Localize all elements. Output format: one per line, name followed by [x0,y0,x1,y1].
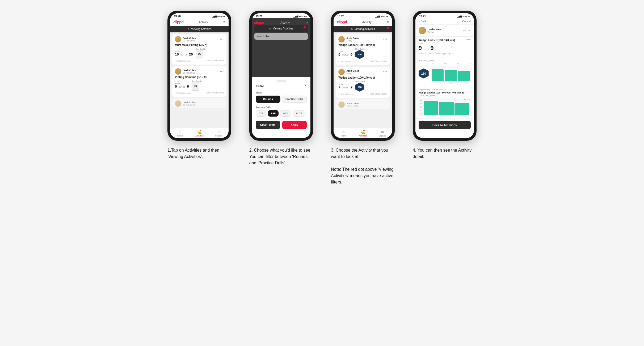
footer-right-1-1: Data: Clippd Capture [207,60,224,62]
footer-left-1-1: ⓘ Test Information [175,60,191,62]
more-dots-3-1[interactable]: ••• [383,37,388,41]
hamburger-icon-1[interactable]: ≡ [223,20,225,24]
y-label-1: 100 [444,63,447,65]
footer-right-3-1: Data: Clippd Capture [370,60,387,63]
card-footer-1-2: ⓘ Test Information Data: Clippd Capture [175,92,224,95]
bottom-nav-3: ⌂ Home ⛳ Activities ⊕ Capture [334,128,392,138]
activity-card-3-3[interactable]: Josh Coles 28 Feb 2023 [336,99,390,109]
viewing-activities-banner-3[interactable]: ⚙ Viewing Activities [334,26,392,32]
quality-hex-3-1: 130 [355,50,364,59]
score-value-1-2: 0 [175,84,177,88]
activity-title-1-1: Must Make Putting (3-6 ft) [175,44,224,46]
clear-filters-btn[interactable]: Clear Filters [256,121,280,129]
apply-btn[interactable]: Apply [282,121,307,129]
more-dots-1-2[interactable]: ••• [220,70,224,73]
nav-activities-1[interactable]: ⛳ Activities [190,130,209,137]
app-header-2-bg: clippd Activity ≡ [254,20,308,25]
screen2-user: Josh Coles [257,35,306,38]
mini-chart-values: 132 129 124 [461,99,469,100]
footer-left-3-1: ⓘ Test Information [338,60,354,63]
detail-score-section: Wedge Ladder (100–140 yds) Score 9 OUT O… [415,37,474,57]
battery-icon-3: 84 [386,15,388,18]
cancel-btn[interactable]: Cancel [462,20,471,23]
score-label-1-2: Score [175,83,189,84]
drill-btn-ott[interactable]: OTT [256,110,266,117]
avatar-1-3 [175,100,181,107]
user-details-3-1: Josh Coles Today [346,37,359,42]
show-label: Show [256,91,307,94]
fullscreen-icon[interactable]: ⤢ [468,29,471,32]
nav-activities-3[interactable]: ⛳ Activities [353,130,373,137]
signal-icon-4: ▂▄▆ [457,15,462,18]
signal-icon-1: ▂▄▆ [212,15,217,18]
home-icon-1: ⌂ [179,130,181,134]
detail-user-info: Josh Coles Today [419,27,441,34]
detail-screen: < Back Cancel Josh Coles Today [415,18,474,138]
chart-bar-2 [445,70,457,81]
mini-bar-2 [439,102,454,115]
modal-close-btn[interactable]: ✕ [304,84,307,87]
practice-drills-filter-btn[interactable]: Practice Drills [282,96,307,103]
app-title-2: Activity [280,21,290,24]
drill-btn-putt[interactable]: PUTT [293,110,305,117]
more-dots-3-2[interactable]: ••• [383,70,388,74]
user-name-1-1: Josh Coles [183,37,196,40]
capture-icon-3: ⊕ [381,130,384,134]
score-label-3-1: Score [338,51,352,53]
shots-col-label: Shots [466,39,471,41]
scroll-area-3: Josh Coles Today ••• Wedge Ladder (100–1… [334,32,392,128]
detail-outof: OUT OF [423,48,430,50]
detail-score-col: Score 9 OUT OF 9 [419,43,434,52]
nav-capture-3[interactable]: ⊕ Capture [373,130,392,137]
status-icons-2: ▂▄▆ WiFi 84 [293,15,306,18]
phone-2: 13:21 ▂▄▆ WiFi 84 clippd Activity ≡ [249,11,313,141]
activity-card-1-2[interactable]: Josh Coles 28 Feb 2023 ••• Putting Combi… [172,66,226,97]
back-btn[interactable]: < Back [419,20,427,23]
user-date-3-3: 28 Feb 2023 [346,105,359,107]
activity-card-1-1[interactable]: Josh Coles 28 Feb 2023 ••• Must Make Put… [172,34,226,65]
nav-home-3[interactable]: ⌂ Home [334,130,353,137]
user-info-3-2: Josh Coles Today [338,69,359,75]
red-dot-3 [387,27,389,29]
y-label-3: 0 [470,63,470,65]
drill-btn-arg[interactable]: ARG [280,110,291,117]
detail-shots: 9 [430,45,433,52]
stats-row-3-2: Score 7 OUT OF 9 Shot Quality 118 [338,81,387,92]
drill-btn-app[interactable]: APP [268,110,279,117]
shots-value-1-2: 9 [187,84,189,88]
detail-title-2: Wedge Ladder (100–140 yds) · 06 Mar 23 [419,91,471,94]
status-icons-3: ▂▄▆ WiFi 84 [375,15,388,18]
chart-area [431,66,471,82]
activities-icon-3: ⛳ [361,130,365,134]
card-header-1-2: Josh Coles 28 Feb 2023 ••• [175,68,224,75]
time-1: 13:20 [174,15,181,18]
stats-row-1-2: Score 0 OUT OF 9 Shot Quality 45 [175,80,224,91]
outof-1-2: OUT OF [178,86,185,88]
score-label-1-1: Score [175,50,193,52]
back-to-activities-btn[interactable]: Back to Activities [419,121,471,129]
rounds-filter-btn[interactable]: Rounds [256,96,280,103]
card-header-1-3: Josh Coles 28 Feb 2023 [175,100,224,107]
activity-card-1-3[interactable]: Josh Coles 28 Feb 2023 [172,98,226,108]
footer-left-3-2: ⓘ Test Information [338,93,354,96]
score-value-3-1: 9 [338,53,340,57]
score-inline-3-1: 9 OUT OF 9 [338,53,352,57]
edit-icon[interactable]: ✏ [463,29,466,32]
home-label-1: Home [177,135,183,137]
activity-card-3-1[interactable]: Josh Coles Today ••• Wedge Ladder (100–1… [336,34,390,65]
more-dots-1-1[interactable]: ••• [220,37,224,41]
status-bar-3: 13:20 ▂▄▆ WiFi 84 [334,13,392,18]
shots-value-3-2: 9 [351,85,352,89]
detail-action-icons: ✏ ⤢ [463,29,471,32]
nav-capture-1[interactable]: ⊕ Capture [209,130,229,137]
detail-shots-col: Shots [466,39,471,41]
card-footer-3-2: ⓘ Test Information Data: Clippd Capture [338,93,387,96]
viewing-activities-banner-1[interactable]: ⚙ Viewing Activities [170,26,229,32]
status-icons-4: ▂▄▆ WiFi 84 [457,15,470,18]
user-date-3-2: Today [346,72,359,75]
nav-home-1[interactable]: ⌂ Home [170,130,190,137]
user-info-1-3: Josh Coles 28 Feb 2023 [175,100,196,107]
activity-card-3-2[interactable]: Josh Coles Today ••• Wedge Ladder (100–1… [336,67,390,98]
hamburger-icon-3[interactable]: ≡ [387,20,389,24]
filter-btn-row: Rounds Practice Drills [256,96,307,103]
